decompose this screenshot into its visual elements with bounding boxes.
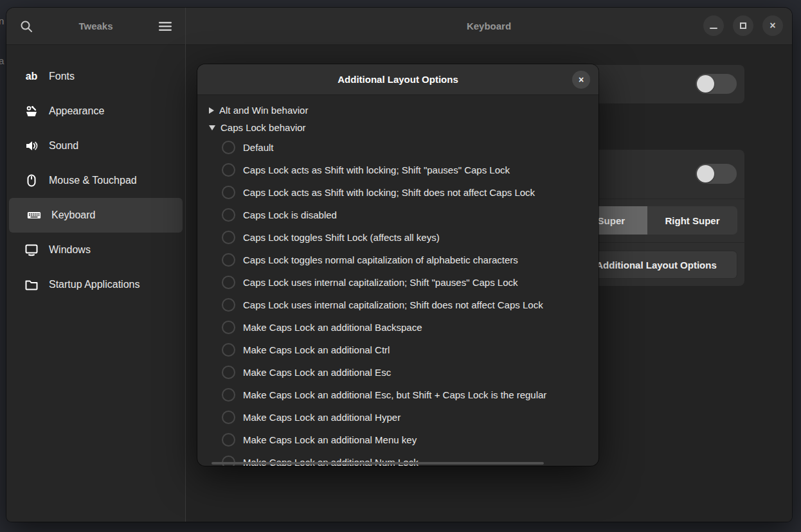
- radio-button-icon[interactable]: [222, 163, 235, 177]
- radio-option-row[interactable]: Make Caps Lock an additional Hyper: [197, 406, 598, 429]
- maximize-button[interactable]: [733, 15, 753, 36]
- sidebar-item-fonts[interactable]: ab Fonts: [6, 59, 185, 94]
- app-title: Tweaks: [78, 21, 113, 31]
- tree-group-caps-lock-behavior[interactable]: Caps Lock behavior: [197, 119, 598, 136]
- radio-button-icon[interactable]: [222, 343, 235, 357]
- radio-option-label: Caps Lock uses internal capitalization; …: [243, 299, 543, 310]
- radio-option-row[interactable]: Caps Lock toggles normal capitalization …: [197, 249, 598, 271]
- tree-group-label: Caps Lock behavior: [221, 122, 306, 133]
- additional-layout-options-button[interactable]: Additional Layout Options: [575, 251, 737, 279]
- radio-option-label: Caps Lock toggles Shift Lock (affects al…: [243, 232, 440, 243]
- sidebar-item-mouse-touchpad[interactable]: Mouse & Touchpad: [6, 163, 185, 198]
- tweaks-window: Tweaks Keyboard × ab Fonts Appearance: [6, 8, 792, 522]
- sidebar-item-appearance[interactable]: Appearance: [6, 94, 185, 129]
- sidebar: ab Fonts Appearance Sound Mouse & Touchp…: [6, 45, 185, 522]
- sidebar-item-label: Fonts: [49, 71, 75, 82]
- toggle-switch-off[interactable]: [696, 74, 737, 94]
- radio-option-label: Caps Lock acts as Shift with locking; Sh…: [243, 187, 535, 198]
- sidebar-divider: [185, 8, 186, 522]
- hamburger-menu-icon: [159, 21, 172, 31]
- radio-button-icon[interactable]: [222, 276, 235, 289]
- close-icon: ×: [579, 75, 584, 84]
- segment-right-super[interactable]: Right Super: [647, 206, 737, 235]
- radio-option-label: Make Caps Lock an additional Menu key: [243, 434, 417, 445]
- radio-option-label: Make Caps Lock an additional Esc, but Sh…: [243, 389, 546, 400]
- close-button[interactable]: ×: [762, 15, 783, 36]
- background-text-fragment: n: [0, 15, 4, 26]
- minimize-button[interactable]: [703, 15, 724, 36]
- radio-option-label: Caps Lock is disabled: [243, 209, 337, 220]
- sound-icon: [24, 139, 39, 153]
- radio-button-icon[interactable]: [222, 231, 235, 244]
- expander-expanded-icon[interactable]: [209, 125, 215, 130]
- radio-option-label: Make Caps Lock an additional Ctrl: [243, 344, 390, 355]
- radio-button-icon[interactable]: [222, 141, 235, 154]
- sidebar-item-label: Windows: [49, 244, 91, 256]
- radio-option-label: Caps Lock acts as Shift with locking; Sh…: [243, 164, 510, 175]
- radio-option-label: Make Caps Lock an additional Esc: [243, 367, 391, 378]
- additional-layout-options-dialog: Additional Layout Options × Alt and Win …: [197, 64, 598, 466]
- radio-button-icon[interactable]: [222, 433, 235, 447]
- tree-group-alt-win-behavior[interactable]: Alt and Win behavior: [197, 102, 598, 119]
- search-icon: [19, 19, 33, 33]
- radio-option-row[interactable]: Make Caps Lock an additional Esc: [197, 361, 598, 384]
- page-title: Keyboard: [467, 21, 511, 31]
- radio-button-icon[interactable]: [222, 388, 235, 402]
- sidebar-item-label: Mouse & Touchpad: [49, 175, 137, 186]
- dialog-option-list: Alt and Win behavior Caps Lock behavior …: [197, 95, 598, 466]
- sidebar-item-startup-applications[interactable]: Startup Applications: [6, 267, 185, 302]
- primary-menu-button[interactable]: [154, 15, 176, 37]
- radio-option-label: Default: [243, 142, 274, 153]
- fonts-icon: ab: [24, 71, 39, 82]
- keyboard-icon: [27, 208, 41, 222]
- maximize-icon: [740, 22, 746, 29]
- sidebar-item-label: Startup Applications: [49, 279, 140, 290]
- sidebar-item-keyboard[interactable]: Keyboard: [9, 198, 183, 233]
- sidebar-headerbar: Tweaks: [6, 8, 185, 45]
- radio-option-row[interactable]: Caps Lock toggles Shift Lock (affects al…: [197, 226, 598, 249]
- window-controls: ×: [703, 15, 783, 36]
- radio-option-row[interactable]: Make Caps Lock an additional Backspace: [197, 316, 598, 339]
- radio-button-icon[interactable]: [222, 411, 235, 424]
- radio-option-row[interactable]: Make Caps Lock an additional Esc, but Sh…: [197, 384, 598, 406]
- tree-group-label: Alt and Win behavior: [219, 105, 308, 116]
- search-button[interactable]: [15, 15, 37, 37]
- dialog-close-button[interactable]: ×: [572, 71, 590, 89]
- radio-option-label: Caps Lock uses internal capitalization; …: [243, 277, 518, 288]
- radio-option-row[interactable]: Caps Lock uses internal capitalization; …: [197, 294, 598, 316]
- folder-icon: [24, 278, 39, 292]
- dialog-headerbar: Additional Layout Options ×: [197, 64, 598, 95]
- radio-option-row[interactable]: Caps Lock acts as Shift with locking; Sh…: [197, 159, 598, 181]
- radio-option-row[interactable]: Caps Lock uses internal capitalization; …: [197, 271, 598, 294]
- appearance-icon: [24, 104, 39, 118]
- sidebar-item-windows[interactable]: Windows: [6, 233, 185, 267]
- toggle-knob: [697, 165, 714, 182]
- sidebar-item-label: Keyboard: [51, 209, 96, 221]
- radio-option-row[interactable]: Caps Lock is disabled: [197, 204, 598, 226]
- toggle-switch-off[interactable]: [696, 164, 737, 184]
- sidebar-item-label: Appearance: [49, 105, 104, 117]
- expander-collapsed-icon[interactable]: [209, 107, 214, 114]
- radio-button-icon[interactable]: [222, 321, 235, 334]
- radio-button-icon[interactable]: [222, 366, 235, 379]
- mouse-icon: [24, 173, 39, 188]
- radio-option-row[interactable]: Default: [197, 136, 598, 159]
- radio-button-icon[interactable]: [222, 186, 235, 199]
- toggle-knob: [697, 75, 714, 93]
- radio-option-row[interactable]: Caps Lock acts as Shift with locking; Sh…: [197, 181, 598, 204]
- minimize-icon: [710, 28, 717, 29]
- radio-button-icon[interactable]: [222, 208, 235, 222]
- radio-option-label: Caps Lock toggles normal capitalization …: [243, 254, 518, 265]
- radio-button-icon[interactable]: [222, 298, 235, 312]
- sidebar-item-label: Sound: [49, 140, 78, 152]
- background-text-fragment: a: [0, 55, 4, 66]
- close-icon: ×: [770, 21, 775, 31]
- radio-option-row[interactable]: Make Caps Lock an additional Ctrl: [197, 339, 598, 361]
- radio-option-row[interactable]: Make Caps Lock an additional Menu key: [197, 429, 598, 451]
- radio-button-icon[interactable]: [222, 253, 235, 267]
- main-headerbar: Keyboard: [186, 8, 792, 45]
- caps-lock-options: Default Caps Lock acts as Shift with loc…: [197, 136, 598, 466]
- windows-icon: [24, 243, 39, 257]
- horizontal-scrollbar[interactable]: [212, 462, 544, 465]
- sidebar-item-sound[interactable]: Sound: [6, 129, 185, 163]
